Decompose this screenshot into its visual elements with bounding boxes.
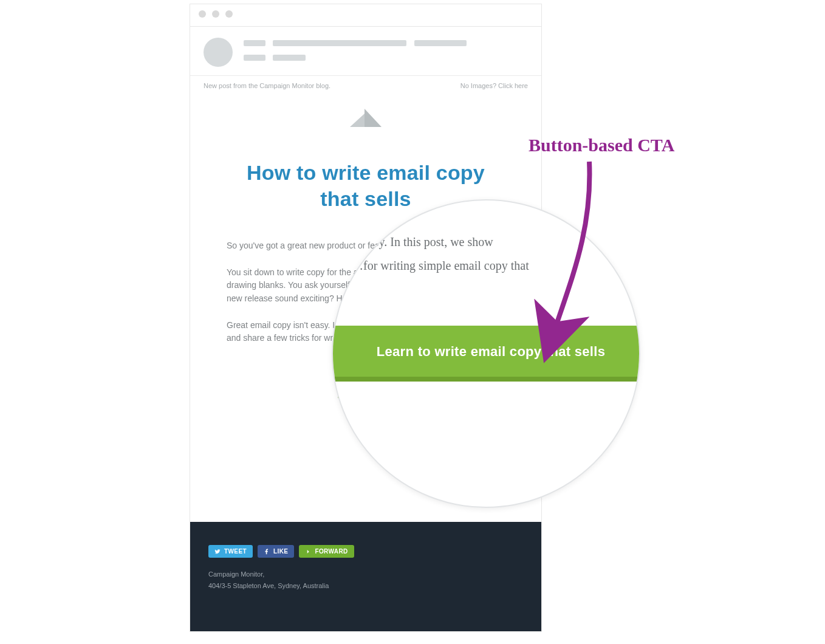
forward-button[interactable]: FORWARD	[299, 545, 354, 558]
annotation-arrow-icon	[535, 158, 620, 346]
email-footer: TWEET LIKE FORWARD Campaign Monitor, 404…	[190, 522, 541, 631]
footer-company: Campaign Monitor,	[208, 569, 523, 580]
like-label: LIKE	[273, 548, 288, 555]
skeleton-bar	[244, 40, 265, 46]
avatar	[204, 38, 233, 67]
skeleton-bar	[273, 40, 406, 46]
tweet-label: TWEET	[224, 548, 247, 555]
header-skeleton	[244, 38, 528, 69]
mail-header	[190, 27, 541, 76]
like-button[interactable]: LIKE	[258, 545, 294, 558]
illustration-canvas: New post from the Campaign Monitor blog.…	[0, 0, 825, 644]
preheader-row: New post from the Campaign Monitor blog.…	[190, 76, 541, 93]
skeleton-bar	[273, 55, 306, 61]
social-row: TWEET LIKE FORWARD	[208, 545, 523, 558]
preheader-left: New post from the Campaign Monitor blog.	[204, 82, 330, 89]
window-titlebar	[190, 4, 541, 27]
forward-icon	[305, 549, 311, 555]
traffic-light-icon	[199, 10, 206, 18]
skeleton-bar	[244, 55, 265, 61]
facebook-icon	[264, 549, 270, 555]
skeleton-bar	[414, 40, 467, 46]
annotation-label: Button-based CTA	[529, 135, 674, 156]
traffic-light-icon	[225, 10, 233, 18]
traffic-light-icon	[212, 10, 219, 18]
tweet-button[interactable]: TWEET	[208, 545, 253, 558]
brand-logo-icon	[350, 105, 382, 127]
preheader-right[interactable]: No Images? Click here	[460, 82, 528, 89]
twitter-icon	[214, 549, 221, 555]
footer-address: 404/3-5 Stapleton Ave, Sydney, Australia	[208, 580, 523, 592]
logo-row	[190, 93, 541, 135]
forward-label: FORWARD	[315, 548, 347, 555]
